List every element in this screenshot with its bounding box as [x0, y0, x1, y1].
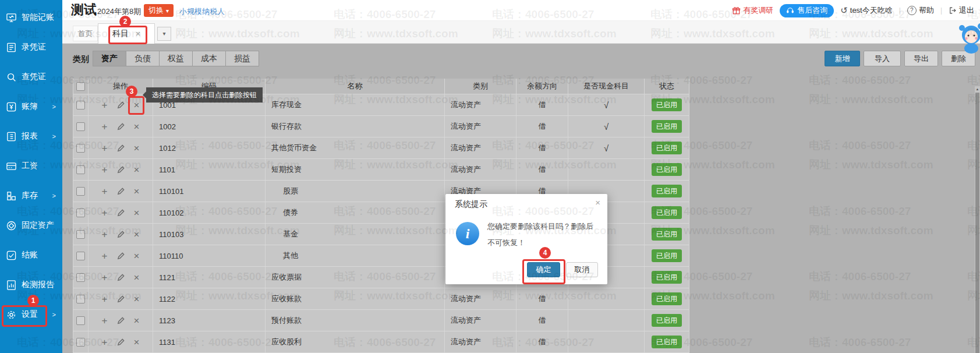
delete-icon[interactable]: × — [134, 251, 140, 261]
status-badge[interactable]: 已启用 — [652, 314, 682, 327]
status-badge[interactable]: 已启用 — [652, 98, 682, 111]
tab-subjects[interactable]: 科目 × — [98, 23, 155, 44]
row-checkbox[interactable] — [76, 209, 85, 217]
delete-icon[interactable]: × — [134, 273, 140, 283]
user-menu[interactable]: ↺ test今天吃啥 — [840, 5, 893, 16]
help-link[interactable]: ? 帮助 — [907, 5, 934, 16]
delete-icon[interactable]: × — [134, 230, 140, 239]
sidebar-item-账簿[interactable]: 账簿> — [0, 95, 62, 118]
row-checkbox[interactable] — [76, 316, 85, 325]
add-child-icon[interactable]: + — [102, 294, 108, 304]
row-checkbox[interactable] — [76, 295, 85, 303]
edit-icon[interactable] — [117, 166, 125, 174]
add-child-icon[interactable]: + — [102, 186, 108, 196]
delete-icon[interactable]: × — [134, 122, 140, 132]
sidebar-item-查凭证[interactable]: 查凭证 — [0, 65, 62, 89]
edit-icon[interactable] — [117, 274, 125, 281]
tab-home[interactable]: 首页 — [73, 26, 98, 41]
delete-icon[interactable]: × — [134, 143, 140, 153]
row-checkbox[interactable] — [76, 252, 85, 260]
delete-icon[interactable]: × — [134, 316, 140, 326]
mascot-icon[interactable] — [956, 17, 980, 56]
category-tab-负债[interactable]: 负债 — [126, 51, 160, 66]
sidebar-item-报表[interactable]: 报表> — [0, 125, 62, 148]
cash-flag-cell: √ — [568, 116, 645, 137]
edit-icon[interactable] — [117, 144, 125, 152]
edit-icon[interactable] — [117, 101, 125, 109]
add-child-icon[interactable]: + — [102, 165, 108, 175]
logout-link[interactable]: 退出 — [949, 5, 974, 16]
row-checkbox[interactable] — [76, 144, 85, 153]
delete-icon[interactable]: × — [134, 208, 140, 218]
add-child-icon[interactable]: + — [102, 143, 108, 153]
category-tab-损益[interactable]: 损益 — [225, 51, 259, 66]
delete-icon[interactable]: × — [134, 165, 140, 175]
status-badge[interactable]: 已启用 — [652, 185, 682, 197]
add-child-icon[interactable]: + — [102, 337, 108, 347]
row-checkbox[interactable] — [76, 187, 85, 196]
row-checkbox[interactable] — [76, 338, 85, 347]
scrollbar-thumb[interactable] — [975, 93, 979, 353]
sidebar-item-结账[interactable]: 结账 — [0, 243, 62, 267]
column-header: 状态 — [645, 79, 689, 94]
add-child-icon[interactable]: + — [102, 251, 108, 261]
scroll-up-icon[interactable]: ▲ — [975, 86, 980, 92]
delete-icon[interactable]: × — [134, 100, 140, 110]
add-child-icon[interactable]: + — [102, 122, 108, 132]
category-tab-权益[interactable]: 权益 — [159, 51, 193, 66]
add-child-icon[interactable]: + — [102, 230, 108, 239]
edit-icon[interactable] — [117, 295, 125, 303]
delete-icon[interactable]: × — [134, 186, 140, 196]
status-badge[interactable]: 已启用 — [652, 292, 682, 305]
status-badge[interactable]: 已启用 — [652, 120, 682, 133]
switch-period-button[interactable]: 切换▾ — [144, 4, 174, 17]
delete-icon[interactable]: × — [134, 294, 140, 304]
status-badge[interactable]: 已启用 — [652, 142, 682, 154]
category-tab-资产[interactable]: 资产 — [93, 51, 126, 66]
dialog-close-icon[interactable]: × — [595, 197, 600, 207]
edit-icon[interactable] — [117, 317, 125, 324]
status-badge[interactable]: 已启用 — [652, 271, 682, 284]
sidebar-item-录凭证[interactable]: 录凭证 — [0, 36, 62, 59]
row-checkbox[interactable] — [76, 122, 85, 131]
import-button[interactable]: 导入 — [864, 51, 901, 66]
status-badge[interactable]: 已启用 — [652, 163, 682, 176]
sidebar-item-智能记账[interactable]: 智能记账 — [0, 6, 62, 29]
edit-icon[interactable] — [117, 123, 125, 130]
add-child-icon[interactable]: + — [102, 273, 108, 283]
sidebar-item-检测报告[interactable]: 检测报告 — [0, 273, 62, 296]
row-checkbox[interactable] — [76, 273, 85, 282]
add-button[interactable]: 新增 — [825, 51, 860, 66]
add-child-icon[interactable]: + — [102, 100, 108, 110]
row-checkbox[interactable] — [76, 101, 85, 110]
tab-close-icon[interactable]: × — [136, 29, 140, 38]
row-checkbox[interactable] — [76, 165, 85, 174]
support-button[interactable]: 售后咨询 — [780, 4, 834, 17]
status-badge[interactable]: 已启用 — [652, 336, 682, 348]
cash-flag-cell — [568, 331, 645, 352]
tab-list-dropdown[interactable]: ▾ — [157, 27, 171, 41]
status-badge[interactable]: 已启用 — [652, 249, 682, 262]
edit-icon[interactable] — [117, 338, 125, 346]
sidebar-item-工资[interactable]: 工资 — [0, 154, 62, 178]
edit-icon[interactable] — [117, 252, 125, 260]
scrollbar[interactable]: ▲ — [975, 86, 980, 353]
status-badge[interactable]: 已启用 — [652, 228, 682, 241]
sidebar-item-固定资产[interactable]: 固定资产 — [0, 214, 62, 237]
sidebar-item-设置[interactable]: 设置> — [0, 303, 62, 326]
cancel-button[interactable]: 取消 — [566, 262, 598, 277]
edit-icon[interactable] — [117, 231, 125, 238]
edit-icon[interactable] — [117, 209, 125, 217]
add-child-icon[interactable]: + — [102, 208, 108, 218]
category-tab-成本[interactable]: 成本 — [192, 51, 226, 66]
export-button[interactable]: 导出 — [904, 51, 938, 66]
confirm-button[interactable]: 确定 — [527, 262, 560, 277]
row-checkbox[interactable] — [76, 230, 85, 239]
edit-icon[interactable] — [117, 188, 125, 195]
add-child-icon[interactable]: + — [102, 316, 108, 326]
status-badge[interactable]: 已启用 — [652, 206, 682, 219]
select-all-checkbox[interactable] — [76, 82, 85, 91]
survey-link[interactable]: 有奖调研 — [732, 5, 773, 16]
delete-icon[interactable]: × — [134, 337, 140, 347]
sidebar-item-库存[interactable]: 库存> — [0, 184, 62, 207]
